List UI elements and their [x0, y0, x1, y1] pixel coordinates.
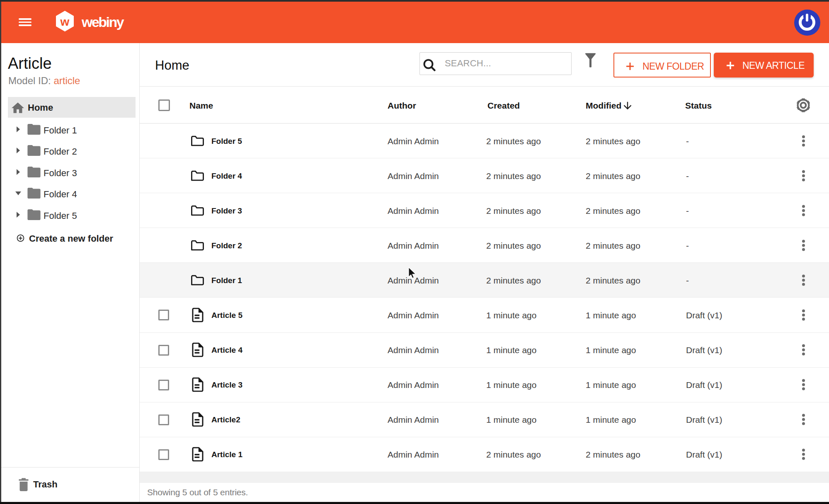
svg-text:w: w [60, 15, 70, 28]
